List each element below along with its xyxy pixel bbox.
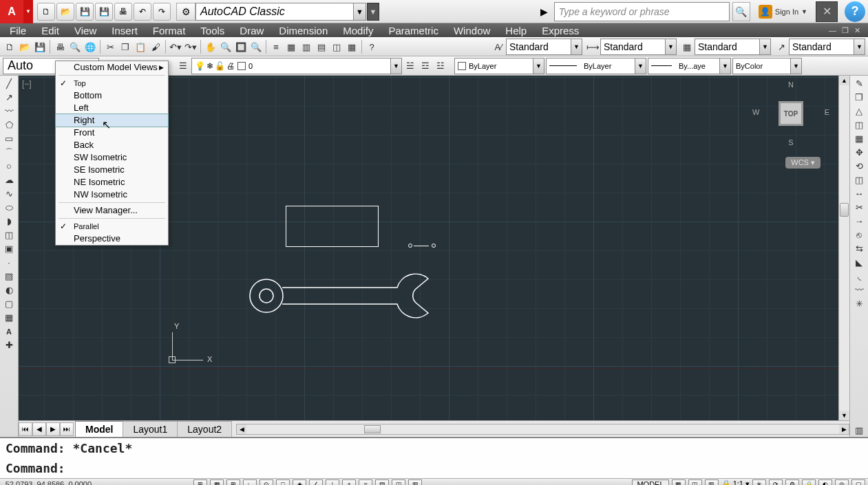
draw-hatch-icon[interactable]: ▨	[2, 270, 16, 283]
menu-format[interactable]: Format	[146, 23, 193, 38]
modify-copy-icon[interactable]: ❐	[852, 91, 866, 104]
tablestyle-select[interactable]: Standard	[695, 39, 760, 55]
tb-markup-icon[interactable]: ◫	[330, 40, 343, 54]
search-button-icon[interactable]: 🔍	[732, 2, 750, 21]
horizontal-scrollbar[interactable]: ◀ ▶	[236, 424, 849, 435]
layer-manager-icon[interactable]: ☰	[176, 59, 190, 73]
tb-save-icon[interactable]: 💾	[33, 40, 47, 54]
sb-osnap-icon[interactable]: □	[276, 479, 290, 486]
modify-erase-icon[interactable]: ✎	[852, 77, 866, 90]
menu-insert[interactable]: Insert	[105, 23, 145, 38]
draw-circle-icon[interactable]: ○	[2, 160, 16, 173]
tb-undo-icon[interactable]: ↶▾	[169, 40, 182, 54]
tab-nav-last-icon[interactable]: ⏭	[60, 422, 74, 436]
sb-hardware-icon[interactable]: ◐	[818, 479, 832, 486]
tb-preview-icon[interactable]: 🔍	[68, 40, 82, 54]
qat-saveas-icon[interactable]: 💾	[95, 3, 113, 21]
draw-xline-icon[interactable]: ↗	[2, 91, 16, 104]
draw-gradient-icon[interactable]: ◐	[2, 283, 16, 297]
draw-line-icon[interactable]: ╱	[2, 77, 16, 90]
dimstyle-dropdown[interactable]: ▼	[666, 39, 677, 55]
tab-layout1[interactable]: Layout1	[123, 421, 178, 437]
tab-layout2[interactable]: Layout2	[177, 421, 232, 437]
draw-ellipse-icon[interactable]: ⬭	[2, 201, 16, 214]
tb-plot-icon[interactable]: 🖶	[53, 40, 67, 54]
cm-view-right[interactable]: Right	[56, 114, 168, 127]
draw-spline-icon[interactable]: ∿	[2, 187, 16, 200]
cm-parallel[interactable]: ✓Parallel	[56, 220, 168, 233]
sb-grid-icon[interactable]: ⊞	[226, 479, 240, 486]
textstyle-dropdown[interactable]: ▼	[571, 39, 582, 55]
draw-addselected-icon[interactable]: ✚	[2, 338, 16, 352]
workspace-icon[interactable]: ⚙	[176, 3, 195, 21]
sb-polar-icon[interactable]: ⊙	[260, 479, 273, 486]
qat-redo-icon[interactable]: ↷	[153, 3, 171, 21]
sb-qv-icon[interactable]: ◫	[688, 479, 702, 486]
qat-open-icon[interactable]: 📂	[56, 3, 74, 21]
tb-new-icon[interactable]: 🗋	[3, 40, 17, 54]
layer-previous-icon[interactable]: ☱	[403, 59, 417, 73]
qat-undo-icon[interactable]: ↶	[134, 3, 151, 21]
tab-nav-next-icon[interactable]: ▶	[46, 422, 60, 436]
vertical-scrollbar[interactable]: ▲ ▼	[838, 76, 849, 420]
draw-region-icon[interactable]: ▢	[2, 297, 16, 310]
modify-extend-icon[interactable]: →	[852, 215, 866, 228]
tab-nav-first-icon[interactable]: ⏮	[19, 422, 32, 436]
sb-clean-icon[interactable]: ▢	[851, 479, 865, 486]
sb-isolate-icon[interactable]: ◎	[835, 479, 849, 486]
draw-revcloud-icon[interactable]: ☁	[2, 173, 16, 186]
layer-iso-icon[interactable]: ☳	[434, 59, 447, 73]
tb-open-icon[interactable]: 📂	[18, 40, 32, 54]
sb-snap-icon[interactable]: ▦	[210, 479, 224, 486]
menu-modify[interactable]: Modify	[336, 23, 380, 38]
sb-3dosnap-icon[interactable]: ◈	[293, 479, 306, 486]
modify-join-icon[interactable]: ⇆	[852, 242, 866, 255]
draw-mtext-icon[interactable]: A	[2, 325, 16, 338]
tab-model[interactable]: Model	[75, 421, 123, 437]
draw-block-icon[interactable]: ▣	[2, 242, 16, 255]
tb-quickcalc-icon[interactable]: ▦	[345, 40, 359, 54]
plotstyle-select[interactable]: ByColor	[732, 58, 791, 74]
tb-paste-icon[interactable]: 📋	[134, 40, 147, 54]
linetype-dropdown[interactable]: ▼	[635, 58, 646, 74]
tb-zoom-prev-icon[interactable]: 🔍	[249, 40, 263, 54]
mleaderstyle-select[interactable]: Standard	[789, 39, 854, 55]
modify-offset-icon[interactable]: ◫	[852, 118, 866, 131]
wcs-badge[interactable]: WCS ▾	[785, 157, 821, 169]
viewport-label[interactable]: [−]	[22, 79, 32, 89]
sb-anno-auto-icon[interactable]: ⟳	[769, 479, 783, 486]
sb-tpy-icon[interactable]: ▤	[375, 479, 389, 486]
tb-publish-icon[interactable]: 🌐	[83, 40, 97, 54]
menu-parametric[interactable]: Parametric	[381, 23, 445, 38]
mleaderstyle-icon[interactable]: ↗	[774, 39, 789, 54]
tb-copy-icon[interactable]: ❐	[118, 40, 132, 54]
sb-qp-icon[interactable]: ◫	[392, 479, 405, 486]
sb-ws-icon[interactable]: ⚙	[785, 479, 799, 486]
plotstyle-dropdown[interactable]: ▼	[791, 58, 802, 74]
cm-perspective[interactable]: Perspective	[56, 233, 168, 245]
modify-stretch-icon[interactable]: ↔	[852, 187, 866, 200]
modify-trim-icon[interactable]: ✂	[852, 201, 866, 214]
tb-help-icon[interactable]: ?	[365, 40, 379, 54]
view-cube[interactable]: N W TOP E S	[756, 79, 825, 148]
sb-anno-scale[interactable]: 🔒 1:1 ▾	[721, 479, 750, 485]
layer-dropdown[interactable]: ▼	[391, 58, 402, 74]
modify-explode-icon[interactable]: ✳	[852, 297, 866, 310]
lineweight-select[interactable]: By...aye	[648, 58, 720, 74]
sb-dyn-icon[interactable]: +	[342, 479, 356, 486]
help-icon[interactable]: ?	[845, 1, 865, 22]
textstyle-select[interactable]: Standard	[506, 39, 571, 55]
color-select[interactable]: ByLayer	[454, 58, 533, 74]
tablestyle-dropdown[interactable]: ▼	[760, 39, 771, 55]
cm-view-ne-iso[interactable]: NE Isometric	[56, 176, 168, 188]
sb-lwt-icon[interactable]: ≡	[359, 479, 372, 486]
workspace-select[interactable]: AutoCAD Classic	[195, 3, 354, 21]
sign-in-button[interactable]: 👤 Sign In ▼	[753, 5, 813, 19]
cm-view-nw-iso[interactable]: NW Isometric	[56, 188, 168, 201]
dimstyle-select[interactable]: Standard	[600, 39, 666, 55]
qat-save-icon[interactable]: 💾	[76, 3, 94, 21]
modify-fillet-icon[interactable]: ◟	[852, 270, 866, 283]
cm-view-manager[interactable]: View Manager...	[56, 204, 168, 217]
linetype-select[interactable]: ByLayer	[546, 58, 635, 74]
menu-draw[interactable]: Draw	[233, 23, 271, 38]
